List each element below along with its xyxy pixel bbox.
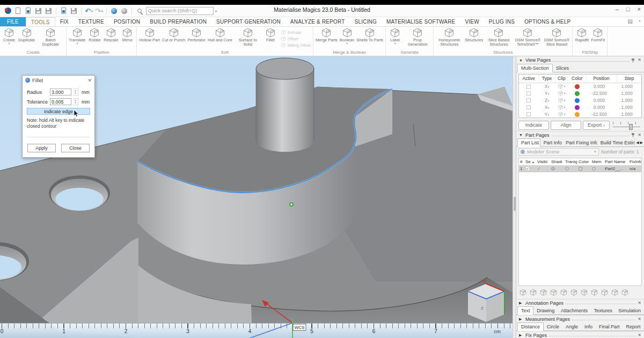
column-header-shadi[interactable]: Shadi: [550, 158, 564, 165]
annotation-tab-text[interactable]: Text: [517, 306, 533, 315]
search-options-caret-icon[interactable]: ▾: [215, 9, 217, 13]
slice-based-structures-button[interactable]: Slice Based Structures: [484, 27, 513, 47]
column-header-fixinfo[interactable]: FixInfo: [628, 158, 641, 165]
milling-offset-button[interactable]: Milling Offset: [281, 42, 311, 48]
new-scene-icon[interactable]: [13, 6, 23, 16]
restore-button[interactable]: □: [626, 6, 630, 12]
cut-or-punch-button[interactable]: Cut or Punch: [161, 27, 187, 42]
section-row[interactable]: Y▾ ▾ -22.500 1.000: [519, 90, 641, 97]
part-row[interactable]: 1 ✓ ✓ Part2__... n/a: [519, 165, 641, 172]
collapse-icon[interactable]: ▼: [519, 133, 523, 137]
ribbon-tab-analyze-report[interactable]: ANALYZE & REPORT: [286, 17, 350, 26]
annotation-tab-attachments[interactable]: Attachments: [558, 306, 591, 314]
rotate-button[interactable]: Rotate: [86, 27, 103, 42]
save-as-icon[interactable]: [44, 6, 53, 16]
annotation-tab-textures[interactable]: Textures: [591, 306, 616, 314]
section-type[interactable]: Y▾: [539, 90, 555, 97]
feedback-icon[interactable]: ◔: [638, 18, 641, 24]
measurement-tab-report[interactable]: Report: [623, 322, 644, 330]
color-indicator[interactable]: [579, 167, 582, 171]
indicate-edge-button[interactable]: Indicate edge: [27, 108, 90, 115]
merge-parts-button[interactable]: Merge Parts: [314, 27, 339, 42]
expand-icon[interactable]: ▶: [519, 317, 523, 321]
view-pages-header[interactable]: ▼ View Pages ✕: [516, 56, 644, 64]
ribbon-tab-materialise-software[interactable]: MATERIALISE SOFTWARE: [382, 17, 460, 26]
view-tab-multi-section[interactable]: Multi-Section: [517, 64, 553, 72]
section-color-dot[interactable]: [575, 84, 580, 89]
column-header-active[interactable]: Active: [519, 75, 539, 83]
honeycomb-structures-button[interactable]: Honeycomb Structures: [435, 27, 464, 47]
measurement-tab-final-part[interactable]: Final Part: [596, 322, 623, 330]
part-tab-part-fixing-info[interactable]: Part Fixing Info: [562, 138, 597, 146]
close-panel-icon[interactable]: ✕: [638, 133, 641, 137]
expand-icon[interactable]: ▶: [519, 301, 523, 305]
section-step[interactable]: 1.000: [617, 111, 641, 117]
3d-viewport[interactable]: Z y cm 01234567 WCS: [0, 56, 513, 338]
dsm-somos-slice-based-tetrashell-button[interactable]: DSM Somos® Slice Based TetraShell™: [542, 27, 571, 48]
panel-layout-icon[interactable]: ▤: [628, 18, 633, 24]
hollow-part-button[interactable]: Hollow Part: [138, 27, 160, 42]
perforator-button[interactable]: Perforator: [187, 27, 207, 42]
active-checkbox[interactable]: [526, 112, 531, 116]
ribbon-tab-plug-ins[interactable]: PLUG INS: [484, 17, 519, 26]
section-position[interactable]: 0.000: [586, 104, 617, 111]
section-color-dot[interactable]: [575, 112, 580, 117]
slider-knob[interactable]: [629, 124, 633, 130]
tolerance-spinner[interactable]: ▲▼: [73, 98, 78, 105]
clip-icon[interactable]: [558, 98, 564, 103]
ribbon-tab-slicing[interactable]: SLICING: [350, 17, 382, 26]
create-button[interactable]: Create▾: [1, 27, 17, 46]
ribbon-tab-options-help[interactable]: OPTIONS & HELP: [519, 17, 575, 26]
column-header-transp[interactable]: Transp: [564, 158, 577, 165]
invert-selection-icon[interactable]: [539, 289, 547, 296]
save-icon[interactable]: [34, 6, 43, 16]
pin-icon[interactable]: [631, 133, 635, 137]
column-header-clip[interactable]: Clip: [555, 75, 568, 83]
tab-scroll-right-icon[interactable]: ▶: [640, 141, 643, 145]
section-type[interactable]: X▾: [539, 104, 555, 111]
new-part-icon[interactable]: [570, 289, 578, 296]
duplicate-part-icon[interactable]: [550, 289, 558, 296]
rescale-button[interactable]: Rescale: [103, 27, 119, 42]
annotation-tab-simulation[interactable]: Simulation: [615, 306, 644, 314]
fillet-dialog[interactable]: Fillet ✕ Radius 3.000 ▲▼ mmTolerance 0.0…: [22, 75, 95, 158]
batch-duplicate-button[interactable]: Batch Duplicate: [36, 27, 65, 47]
rapidfit-button[interactable]: Rapidfit: [574, 27, 590, 42]
section-row[interactable]: Z▾ ▾ 0.000 1.000: [519, 97, 641, 104]
measurement-tab-circle[interactable]: Circle: [544, 322, 562, 330]
measurement-tab-info[interactable]: Info: [581, 322, 596, 330]
column-header-type[interactable]: Type: [539, 75, 555, 83]
redo-icon[interactable]: ↷▾: [94, 6, 104, 16]
section-position[interactable]: 0.000: [586, 83, 617, 90]
section-type[interactable]: Z▾: [539, 97, 555, 104]
visible-indicator[interactable]: ✓: [537, 166, 541, 171]
fillet-button[interactable]: Fillet: [262, 27, 279, 42]
column-header-visibl[interactable]: Visibl: [536, 158, 550, 165]
shading-indicator[interactable]: [551, 167, 555, 171]
ribbon-tab-file[interactable]: FILE: [0, 17, 26, 26]
ribbon-tab-texture[interactable]: TEXTURE: [74, 17, 109, 26]
collapse-icon[interactable]: ▼: [519, 58, 523, 62]
duplicate-button[interactable]: Duplicate: [17, 27, 36, 42]
import-part-icon[interactable]: [24, 6, 33, 16]
tab-scroll-left-icon[interactable]: ◀: [636, 141, 639, 145]
merge-shells-icon[interactable]: [611, 289, 619, 296]
measurement-tab-angle[interactable]: Angle: [562, 322, 581, 330]
tolerance-input[interactable]: 0.005: [50, 98, 71, 105]
section-step[interactable]: 1.000: [617, 97, 641, 104]
column-header-color[interactable]: Color: [577, 158, 591, 165]
export-button[interactable]: Export▾: [583, 121, 610, 130]
part-list-body[interactable]: [518, 172, 642, 286]
annotation-tab-drawing[interactable]: Drawing: [533, 306, 558, 314]
part-tab-part-list[interactable]: Part List: [517, 138, 540, 147]
section-position[interactable]: -22.500: [586, 111, 617, 117]
splitter-handle[interactable]: [514, 197, 516, 211]
extrude-button[interactable]: Extrude: [281, 30, 311, 35]
close-panel-icon[interactable]: ✕: [638, 317, 641, 321]
column-header-part-name[interactable]: Part Name: [604, 158, 628, 165]
part-tab-part-info[interactable]: Part Info: [540, 138, 563, 146]
transparency-indicator[interactable]: [565, 167, 569, 171]
clip-icon[interactable]: [558, 84, 564, 89]
select-parts-icon[interactable]: [519, 289, 527, 296]
dsm-somos-tetrashell-button[interactable]: DSM Somos® TetraShell™: [513, 27, 542, 47]
